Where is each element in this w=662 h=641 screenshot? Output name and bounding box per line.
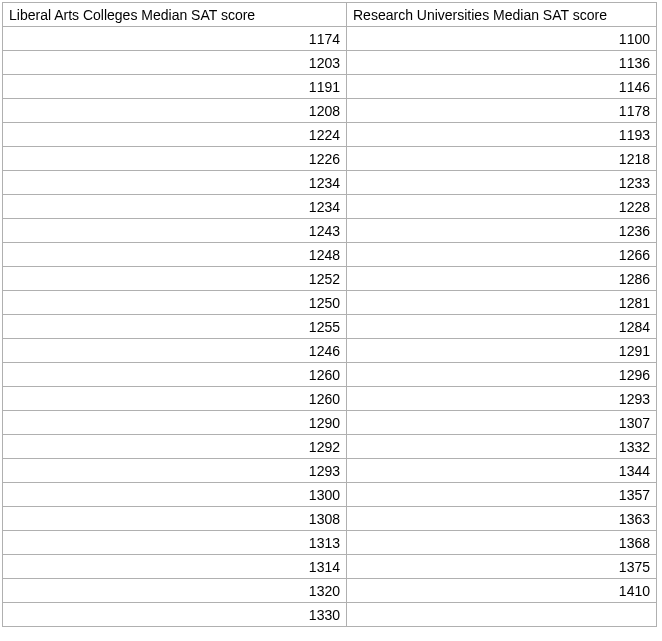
cell-research-universities[interactable]: 1410 xyxy=(347,579,657,603)
cell-liberal-arts[interactable]: 1255 xyxy=(3,315,347,339)
cell-liberal-arts[interactable]: 1243 xyxy=(3,219,347,243)
cell-research-universities[interactable]: 1136 xyxy=(347,51,657,75)
cell-research-universities[interactable]: 1233 xyxy=(347,171,657,195)
cell-liberal-arts[interactable]: 1208 xyxy=(3,99,347,123)
table-row: 13131368 xyxy=(3,531,657,555)
table-row: 12551284 xyxy=(3,315,657,339)
cell-liberal-arts[interactable]: 1293 xyxy=(3,459,347,483)
table-row: 12501281 xyxy=(3,291,657,315)
cell-liberal-arts[interactable]: 1226 xyxy=(3,147,347,171)
cell-liberal-arts[interactable]: 1320 xyxy=(3,579,347,603)
cell-research-universities[interactable]: 1100 xyxy=(347,27,657,51)
table-row: 12461291 xyxy=(3,339,657,363)
table-row: 1330 xyxy=(3,603,657,627)
table-row: 12601293 xyxy=(3,387,657,411)
table-row: 12261218 xyxy=(3,147,657,171)
cell-liberal-arts[interactable]: 1250 xyxy=(3,291,347,315)
cell-liberal-arts[interactable]: 1203 xyxy=(3,51,347,75)
cell-liberal-arts[interactable]: 1260 xyxy=(3,387,347,411)
cell-research-universities[interactable]: 1228 xyxy=(347,195,657,219)
cell-research-universities[interactable]: 1178 xyxy=(347,99,657,123)
cell-liberal-arts[interactable]: 1234 xyxy=(3,195,347,219)
cell-liberal-arts[interactable]: 1314 xyxy=(3,555,347,579)
cell-research-universities[interactable]: 1236 xyxy=(347,219,657,243)
table-row: 12921332 xyxy=(3,435,657,459)
table-row: 12901307 xyxy=(3,411,657,435)
table-body: 1174110012031136119111461208117812241193… xyxy=(3,27,657,627)
cell-research-universities[interactable]: 1296 xyxy=(347,363,657,387)
cell-liberal-arts[interactable]: 1290 xyxy=(3,411,347,435)
cell-liberal-arts[interactable]: 1330 xyxy=(3,603,347,627)
cell-research-universities[interactable]: 1146 xyxy=(347,75,657,99)
table-row: 12031136 xyxy=(3,51,657,75)
cell-liberal-arts[interactable]: 1246 xyxy=(3,339,347,363)
cell-research-universities[interactable]: 1193 xyxy=(347,123,657,147)
cell-liberal-arts[interactable]: 1224 xyxy=(3,123,347,147)
cell-liberal-arts[interactable]: 1300 xyxy=(3,483,347,507)
cell-research-universities[interactable]: 1286 xyxy=(347,267,657,291)
cell-research-universities[interactable]: 1266 xyxy=(347,243,657,267)
cell-research-universities[interactable]: 1218 xyxy=(347,147,657,171)
cell-research-universities[interactable]: 1284 xyxy=(347,315,657,339)
table-row: 12481266 xyxy=(3,243,657,267)
table-row: 13081363 xyxy=(3,507,657,531)
table-row: 12431236 xyxy=(3,219,657,243)
cell-research-universities[interactable]: 1281 xyxy=(347,291,657,315)
header-liberal-arts[interactable]: Liberal Arts Colleges Median SAT score xyxy=(3,3,347,27)
table-row: 12931344 xyxy=(3,459,657,483)
cell-research-universities[interactable]: 1375 xyxy=(347,555,657,579)
table-row: 11741100 xyxy=(3,27,657,51)
cell-research-universities[interactable]: 1307 xyxy=(347,411,657,435)
table-row: 12341233 xyxy=(3,171,657,195)
cell-research-universities[interactable]: 1291 xyxy=(347,339,657,363)
cell-research-universities[interactable] xyxy=(347,603,657,627)
table-row: 12521286 xyxy=(3,267,657,291)
cell-liberal-arts[interactable]: 1191 xyxy=(3,75,347,99)
cell-liberal-arts[interactable]: 1260 xyxy=(3,363,347,387)
cell-liberal-arts[interactable]: 1292 xyxy=(3,435,347,459)
table-row: 12601296 xyxy=(3,363,657,387)
cell-liberal-arts[interactable]: 1234 xyxy=(3,171,347,195)
cell-research-universities[interactable]: 1293 xyxy=(347,387,657,411)
table-row: 13141375 xyxy=(3,555,657,579)
cell-liberal-arts[interactable]: 1313 xyxy=(3,531,347,555)
table-row: 12081178 xyxy=(3,99,657,123)
table-row: 12241193 xyxy=(3,123,657,147)
table-row: 13201410 xyxy=(3,579,657,603)
cell-liberal-arts[interactable]: 1174 xyxy=(3,27,347,51)
cell-research-universities[interactable]: 1344 xyxy=(347,459,657,483)
cell-liberal-arts[interactable]: 1248 xyxy=(3,243,347,267)
cell-research-universities[interactable]: 1357 xyxy=(347,483,657,507)
cell-research-universities[interactable]: 1368 xyxy=(347,531,657,555)
cell-research-universities[interactable]: 1363 xyxy=(347,507,657,531)
cell-liberal-arts[interactable]: 1308 xyxy=(3,507,347,531)
cell-liberal-arts[interactable]: 1252 xyxy=(3,267,347,291)
table-row: 13001357 xyxy=(3,483,657,507)
sat-score-table: Liberal Arts Colleges Median SAT score R… xyxy=(2,2,657,627)
cell-research-universities[interactable]: 1332 xyxy=(347,435,657,459)
table-row: 11911146 xyxy=(3,75,657,99)
table-row: 12341228 xyxy=(3,195,657,219)
header-row: Liberal Arts Colleges Median SAT score R… xyxy=(3,3,657,27)
header-research-universities[interactable]: Research Universities Median SAT score xyxy=(347,3,657,27)
